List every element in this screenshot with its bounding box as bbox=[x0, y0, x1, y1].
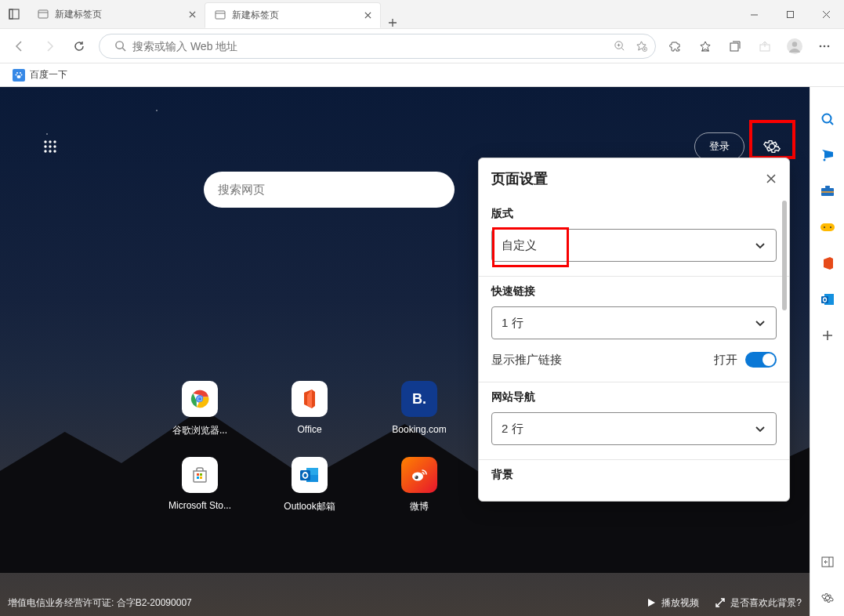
sidebar-search-button[interactable] bbox=[817, 109, 838, 129]
sidebar-office-button[interactable] bbox=[817, 253, 838, 274]
refresh-button[interactable] bbox=[64, 33, 94, 60]
svg-point-27 bbox=[156, 110, 158, 111]
favorites-button[interactable] bbox=[690, 33, 720, 60]
browser-tab[interactable]: 新建标签页 bbox=[28, 2, 205, 27]
svg-point-43 bbox=[49, 150, 51, 152]
address-input[interactable] bbox=[131, 39, 608, 53]
quick-link[interactable]: Outlook邮箱 bbox=[255, 457, 364, 513]
svg-point-63 bbox=[822, 114, 831, 123]
address-bar[interactable] bbox=[99, 34, 656, 59]
share-button[interactable] bbox=[750, 33, 780, 60]
favorites-icon[interactable] bbox=[630, 40, 652, 52]
play-video-button[interactable]: 播放视频 bbox=[646, 596, 699, 610]
sidebar-hide-button[interactable] bbox=[817, 552, 838, 572]
background-feedback-label: 是否喜欢此背景? bbox=[730, 596, 802, 610]
svg-point-65 bbox=[823, 159, 825, 161]
quick-link-label: Outlook邮箱 bbox=[284, 500, 335, 513]
tab-favicon bbox=[215, 9, 226, 20]
svg-point-40 bbox=[49, 145, 51, 147]
forward-button[interactable] bbox=[34, 33, 64, 60]
app-launcher-button[interactable] bbox=[35, 132, 65, 161]
svg-point-23 bbox=[16, 74, 17, 75]
tab-actions-button[interactable] bbox=[0, 9, 28, 20]
svg-rect-52 bbox=[197, 473, 199, 476]
svg-point-8 bbox=[115, 42, 122, 49]
quick-link[interactable]: 谷歌浏览器... bbox=[145, 381, 255, 437]
zoom-icon[interactable] bbox=[608, 40, 630, 52]
layout-section-label: 版式 bbox=[491, 207, 777, 221]
quick-link-label: 微博 bbox=[410, 500, 429, 513]
promoted-links-status: 打开 bbox=[714, 353, 737, 368]
new-tab-page: 登录 搜索网页 谷歌浏览器... Office B. Booking.com M… bbox=[0, 87, 810, 616]
profile-button[interactable] bbox=[780, 33, 810, 60]
bookmark-item[interactable]: 百度一下 bbox=[8, 66, 72, 84]
quick-link[interactable]: Office bbox=[255, 381, 364, 437]
sidebar-settings-button[interactable] bbox=[817, 588, 838, 608]
layout-select[interactable]: 自定义 bbox=[491, 229, 777, 262]
quick-link[interactable]: 微博 bbox=[364, 457, 474, 513]
tab-close-button[interactable] bbox=[361, 9, 374, 21]
tab-title: 新建标签页 bbox=[232, 9, 279, 22]
sitenav-select[interactable]: 2 行 bbox=[491, 412, 777, 445]
quick-link-label: Booking.com bbox=[392, 424, 446, 435]
svg-rect-54 bbox=[197, 476, 199, 479]
quicklinks-select[interactable]: 1 行 bbox=[491, 306, 777, 339]
svg-rect-68 bbox=[821, 191, 834, 193]
quick-link[interactable]: Microsoft Sto... bbox=[145, 457, 255, 513]
svg-point-41 bbox=[53, 145, 56, 147]
sitenav-select-value: 2 行 bbox=[502, 422, 523, 437]
background-feedback-button[interactable]: 是否喜欢此背景? bbox=[715, 596, 802, 610]
quick-link[interactable]: B. Booking.com bbox=[364, 381, 474, 437]
svg-point-22 bbox=[20, 72, 21, 74]
sidebar-shopping-button[interactable] bbox=[817, 145, 838, 165]
svg-point-25 bbox=[17, 75, 21, 78]
svg-rect-55 bbox=[200, 476, 202, 479]
promoted-links-toggle[interactable] bbox=[745, 352, 777, 368]
svg-point-21 bbox=[16, 72, 18, 74]
svg-rect-69 bbox=[820, 223, 835, 231]
annotation-highlight bbox=[749, 120, 795, 159]
window-maximize-button[interactable] bbox=[772, 0, 808, 28]
bookmarks-bar: 百度一下 bbox=[0, 63, 844, 87]
window-close-button[interactable] bbox=[808, 0, 844, 28]
quick-link-label: Office bbox=[297, 424, 321, 435]
ntp-footer: 增值电信业务经营许可证: 合字B2-20090007 播放视频 是否喜欢此背景? bbox=[0, 589, 810, 616]
svg-point-36 bbox=[44, 140, 46, 143]
page-settings-panel: 页面设置 版式 自定义 快速链接 1 行 显示推广链接 打开 网站导航 bbox=[478, 158, 790, 502]
paw-icon bbox=[13, 69, 25, 82]
svg-point-39 bbox=[44, 145, 46, 147]
browser-toolbar bbox=[0, 29, 844, 63]
chevron-down-icon bbox=[754, 239, 766, 252]
svg-point-20 bbox=[828, 45, 830, 47]
ntp-search-box[interactable]: 搜索网页 bbox=[204, 172, 455, 208]
sidebar-outlook-button[interactable] bbox=[817, 289, 838, 310]
back-button[interactable] bbox=[5, 33, 34, 60]
tab-favicon bbox=[38, 9, 49, 20]
window-minimize-button[interactable] bbox=[736, 0, 772, 28]
svg-point-62 bbox=[415, 476, 416, 477]
sidebar-add-button[interactable] bbox=[817, 325, 838, 346]
sidebar-tools-button[interactable] bbox=[817, 181, 838, 201]
search-icon bbox=[109, 40, 131, 52]
tab-close-button[interactable] bbox=[186, 8, 198, 20]
extensions-button[interactable] bbox=[661, 33, 690, 60]
menu-button[interactable] bbox=[810, 33, 839, 60]
svg-point-44 bbox=[53, 150, 56, 152]
ntp-search-placeholder: 搜索网页 bbox=[218, 183, 265, 197]
svg-rect-4 bbox=[216, 11, 225, 19]
panel-scrollbar[interactable] bbox=[782, 201, 787, 310]
login-button[interactable]: 登录 bbox=[694, 132, 744, 161]
quick-links-grid: 谷歌浏览器... Office B. Booking.com Microsoft… bbox=[145, 381, 474, 513]
login-label: 登录 bbox=[709, 140, 730, 154]
svg-rect-7 bbox=[787, 11, 793, 17]
browser-tab[interactable]: 新建标签页 bbox=[205, 2, 381, 28]
sidebar-games-button[interactable] bbox=[817, 217, 838, 237]
quicklinks-section-label: 快速链接 bbox=[491, 284, 777, 299]
weibo-icon bbox=[401, 457, 437, 493]
booking-icon: B. bbox=[401, 381, 437, 417]
new-tab-button[interactable] bbox=[381, 18, 404, 27]
svg-point-37 bbox=[49, 140, 51, 143]
svg-point-42 bbox=[44, 150, 46, 152]
collections-button[interactable] bbox=[720, 33, 750, 60]
panel-close-button[interactable] bbox=[766, 173, 777, 184]
